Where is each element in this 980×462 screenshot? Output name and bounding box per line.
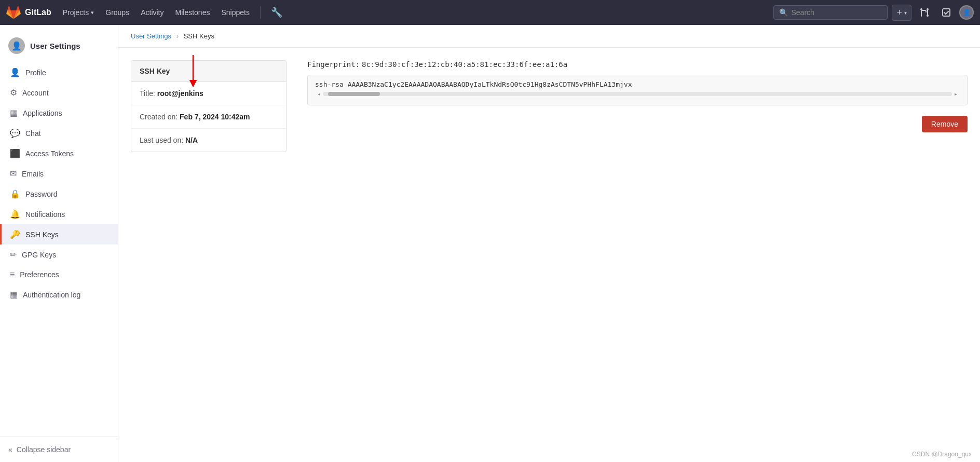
sidebar-item-notifications[interactable]: 🔔 Notifications [0, 204, 118, 224]
ssh-key-title-label: Title: [140, 89, 155, 98]
footer-note: CSDN @Dragon_qux [912, 451, 972, 458]
sidebar-item-password[interactable]: 🔒 Password [0, 184, 118, 204]
gitlab-wordmark: GitLab [25, 8, 51, 17]
sidebar-item-access-tokens[interactable]: ⬛ Access Tokens [0, 143, 118, 164]
sidebar-title: User Settings [30, 42, 80, 50]
sidebar-link-account[interactable]: ⚙ Account [0, 83, 118, 103]
breadcrumb-parent-link[interactable]: User Settings [131, 32, 171, 40]
preferences-icon: ≡ [10, 270, 15, 279]
breadcrumb: User Settings › SSH Keys [118, 25, 980, 48]
sidebar-label-ssh-keys: SSH Keys [25, 230, 59, 239]
gitlab-logo[interactable]: GitLab [6, 5, 51, 20]
ssh-key-created-label: Created on: [140, 113, 178, 121]
sidebar-link-profile[interactable]: 👤 Profile [0, 62, 118, 83]
ssh-key-card-header: SSH Key [131, 61, 286, 82]
sidebar-item-ssh-keys[interactable]: 🔑 SSH Keys [0, 224, 118, 244]
ssh-key-last-used-value: N/A [185, 136, 198, 144]
ssh-key-card: SSH Key Title: root@jenkins Created on: … [131, 60, 287, 152]
merge-request-icon [920, 8, 929, 17]
svg-point-3 [927, 8, 929, 10]
sidebar-link-access-tokens[interactable]: ⬛ Access Tokens [0, 143, 118, 164]
applications-icon: ▦ [10, 108, 18, 118]
ssh-key-box: ssh-rsa AAAAB3NzaC1yc2EAAAADAQABAABAQDyI… [307, 75, 968, 105]
gitlab-logo-icon [6, 5, 21, 20]
wrench-icon[interactable]: 🔧 [266, 4, 288, 21]
sidebar-item-applications[interactable]: ▦ Applications [0, 103, 118, 123]
nav-right-actions: 🔍 + ▾ 👤 [773, 5, 974, 21]
sidebar-item-gpg-keys[interactable]: ✏ GPG Keys [0, 244, 118, 265]
ssh-keys-icon: 🔑 [10, 229, 20, 239]
content-area: SSH Key Title: root@jenkins Created on: … [118, 48, 980, 165]
ssh-key-created-row: Created on: Feb 7, 2024 10:42am [131, 105, 286, 129]
sidebar-item-account[interactable]: ⚙ Account [0, 83, 118, 103]
ssh-key-value: AAAAB3NzaC1yc2EAAAADAQABAABAQDyIaLTkNdRs… [348, 80, 632, 88]
ssh-key-scrollbar[interactable]: ◂ ▸ [315, 88, 960, 100]
user-avatar[interactable]: 👤 [959, 5, 974, 20]
ssh-key-title-row: Title: root@jenkins [131, 82, 286, 105]
scrollbar-thumb[interactable] [328, 92, 380, 96]
scroll-left-icon[interactable]: ◂ [315, 90, 323, 98]
nav-divider [260, 6, 261, 19]
sidebar-label-auth-log: Authentication log [23, 291, 80, 299]
sidebar-link-ssh-keys[interactable]: 🔑 SSH Keys [0, 224, 118, 244]
sidebar-link-emails[interactable]: ✉ Emails [0, 164, 118, 184]
remove-button[interactable]: Remove [922, 116, 968, 132]
account-icon: ⚙ [10, 88, 17, 98]
sidebar-label-profile: Profile [25, 69, 46, 77]
search-box[interactable]: 🔍 [773, 5, 888, 20]
nav-snippets[interactable]: Snippets [216, 5, 254, 20]
collapse-label: Collapse sidebar [17, 445, 71, 454]
sidebar-link-gpg-keys[interactable]: ✏ GPG Keys [0, 244, 118, 265]
auth-log-icon: ▦ [10, 290, 18, 300]
fingerprint-value: 8c:9d:30:cf:3e:12:cb:40:a5:81:ec:33:6f:e… [362, 60, 567, 69]
nav-projects[interactable]: Projects [58, 5, 100, 20]
fingerprint-label-text: Fingerprint: [307, 60, 360, 69]
collapse-sidebar-button[interactable]: « Collapse sidebar [8, 445, 71, 454]
sidebar-link-auth-log[interactable]: ▦ Authentication log [0, 284, 118, 305]
plus-chevron-icon: ▾ [904, 10, 907, 16]
svg-point-4 [927, 15, 929, 17]
sidebar-label-applications: Applications [23, 109, 62, 117]
notifications-icon: 🔔 [10, 209, 20, 219]
access-tokens-icon: ⬛ [10, 148, 20, 158]
todo-icon-btn[interactable] [937, 5, 955, 20]
chat-icon: 💬 [10, 128, 20, 138]
main-layout: 👤 User Settings 👤 Profile ⚙ Account ▦ [0, 25, 980, 462]
sidebar-header: 👤 User Settings [0, 33, 118, 62]
gpg-keys-icon: ✏ [10, 250, 17, 260]
nav-groups[interactable]: Groups [100, 5, 134, 20]
sidebar-avatar: 👤 [8, 37, 25, 54]
sidebar-link-chat[interactable]: 💬 Chat [0, 123, 118, 143]
ssh-key-title-value: root@jenkins [157, 89, 203, 98]
nav-links: Projects Groups Activity Milestones Snip… [58, 4, 772, 21]
sidebar-link-password[interactable]: 🔒 Password [0, 184, 118, 204]
sidebar-label-account: Account [22, 89, 49, 97]
avatar-icon: 👤 [963, 9, 971, 16]
sidebar-link-preferences[interactable]: ≡ Preferences [0, 265, 118, 284]
sidebar-item-emails[interactable]: ✉ Emails [0, 164, 118, 184]
sidebar-link-applications[interactable]: ▦ Applications [0, 103, 118, 123]
ssh-key-last-used-row: Last used on: N/A [131, 129, 286, 152]
scrollbar-track[interactable] [323, 92, 952, 96]
collapse-chevron-icon: « [8, 445, 12, 454]
sidebar-item-profile[interactable]: 👤 Profile [0, 62, 118, 83]
sidebar-item-chat[interactable]: 💬 Chat [0, 123, 118, 143]
plus-button[interactable]: + ▾ [892, 5, 911, 21]
sidebar-item-preferences[interactable]: ≡ Preferences [0, 265, 118, 284]
sidebar-link-notifications[interactable]: 🔔 Notifications [0, 204, 118, 224]
sidebar-avatar-icon: 👤 [11, 41, 22, 51]
sidebar-label-access-tokens: Access Tokens [25, 150, 74, 158]
nav-activity[interactable]: Activity [135, 5, 169, 20]
sidebar-item-auth-log[interactable]: ▦ Authentication log [0, 284, 118, 305]
sidebar-collapse-section: « Collapse sidebar [0, 437, 118, 462]
merge-request-icon-btn[interactable] [916, 5, 933, 20]
sidebar-label-notifications: Notifications [25, 210, 65, 219]
sidebar-label-password: Password [25, 190, 57, 198]
scroll-right-icon[interactable]: ▸ [952, 90, 960, 98]
breadcrumb-current: SSH Keys [184, 32, 214, 40]
breadcrumb-separator: › [176, 32, 179, 40]
search-input[interactable] [791, 8, 882, 17]
nav-milestones[interactable]: Milestones [170, 5, 215, 20]
svg-point-2 [920, 8, 922, 10]
ssh-key-last-used-label: Last used on: [140, 136, 183, 144]
